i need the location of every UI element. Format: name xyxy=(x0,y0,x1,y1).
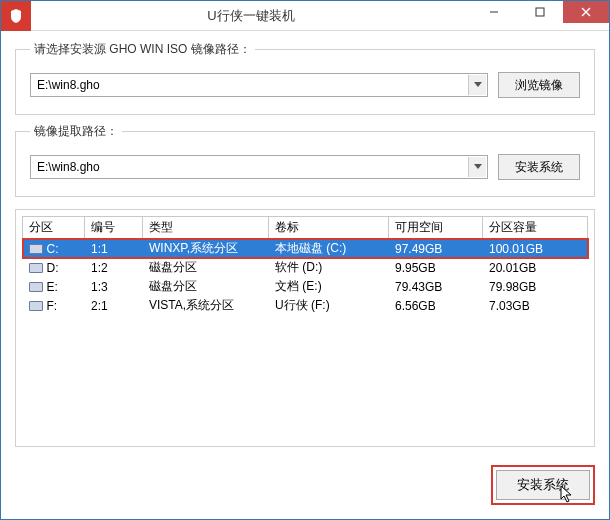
table-header-row: 分区 编号 类型 卷标 可用空间 分区容量 xyxy=(23,217,588,239)
svg-marker-4 xyxy=(474,82,482,87)
minimize-button[interactable] xyxy=(471,1,517,23)
footer: 安装系统 xyxy=(15,455,595,505)
drive-icon xyxy=(29,282,43,292)
drive-icon xyxy=(29,301,43,311)
chevron-down-icon[interactable] xyxy=(468,75,486,95)
drive-icon xyxy=(29,244,43,254)
partition-table: 分区 编号 类型 卷标 可用空间 分区容量 C:1:1WINXP,系统分区本地磁… xyxy=(22,216,588,315)
maximize-button[interactable] xyxy=(517,1,563,23)
window-title: U行侠一键装机 xyxy=(31,7,471,25)
svg-rect-1 xyxy=(536,8,544,16)
table-row[interactable]: C:1:1WINXP,系统分区本地磁盘 (C:)97.49GB100.01GB xyxy=(23,239,588,259)
source-path-value: E:\win8.gho xyxy=(37,78,100,92)
install-system-button-top[interactable]: 安装系统 xyxy=(498,154,580,180)
col-capacity[interactable]: 分区容量 xyxy=(483,217,588,239)
window-controls xyxy=(471,1,609,30)
install-highlight: 安装系统 xyxy=(491,465,595,505)
extract-path-combo[interactable]: E:\win8.gho xyxy=(30,155,488,179)
col-free[interactable]: 可用空间 xyxy=(389,217,483,239)
titlebar: U行侠一键装机 xyxy=(1,1,609,31)
partition-table-panel: 分区 编号 类型 卷标 可用空间 分区容量 C:1:1WINXP,系统分区本地磁… xyxy=(15,209,595,447)
table-row[interactable]: E:1:3磁盘分区文档 (E:)79.43GB79.98GB xyxy=(23,277,588,296)
app-window: U行侠一键装机 请选择安装源 GHO WIN ISO 镜像路径： E:\win8… xyxy=(0,0,610,520)
app-icon xyxy=(1,1,31,31)
col-partition[interactable]: 分区 xyxy=(23,217,85,239)
install-system-button[interactable]: 安装系统 xyxy=(496,470,590,500)
cursor-icon xyxy=(559,485,575,505)
col-type[interactable]: 类型 xyxy=(143,217,269,239)
extract-path-value: E:\win8.gho xyxy=(37,160,100,174)
table-row[interactable]: D:1:2磁盘分区软件 (D:)9.95GB20.01GB xyxy=(23,258,588,277)
content-area: 请选择安装源 GHO WIN ISO 镜像路径： E:\win8.gho 浏览镜… xyxy=(1,31,609,519)
source-group: 请选择安装源 GHO WIN ISO 镜像路径： E:\win8.gho 浏览镜… xyxy=(15,41,595,115)
browse-image-button[interactable]: 浏览镜像 xyxy=(498,72,580,98)
chevron-down-icon[interactable] xyxy=(468,157,486,177)
col-number[interactable]: 编号 xyxy=(85,217,143,239)
extract-legend: 镜像提取路径： xyxy=(30,123,122,140)
drive-icon xyxy=(29,263,43,273)
source-path-combo[interactable]: E:\win8.gho xyxy=(30,73,488,97)
table-row[interactable]: F:2:1VISTA,系统分区U行侠 (F:)6.56GB7.03GB xyxy=(23,296,588,315)
source-legend: 请选择安装源 GHO WIN ISO 镜像路径： xyxy=(30,41,255,58)
svg-marker-5 xyxy=(474,164,482,169)
extract-group: 镜像提取路径： E:\win8.gho 安装系统 xyxy=(15,123,595,197)
col-label[interactable]: 卷标 xyxy=(269,217,389,239)
close-button[interactable] xyxy=(563,1,609,23)
